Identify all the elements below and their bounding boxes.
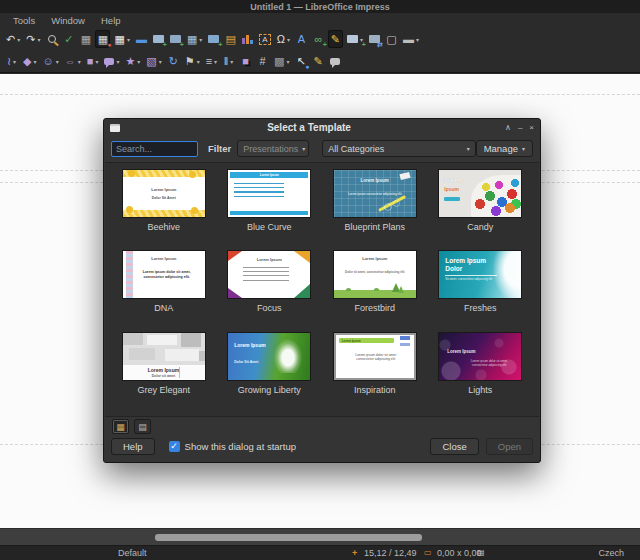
thumbnail-view-button[interactable]: ▦ [112, 419, 129, 434]
template-thumbnail: Lorem Ipsum Dolor sit amet, consectetur … [334, 251, 416, 298]
category-value: All Categories [328, 144, 384, 154]
dropdown-caret-icon: ▾ [286, 58, 289, 65]
star-shapes-icon[interactable]: ★▾ [123, 52, 142, 70]
redo-icon[interactable]: ↷▾ [24, 30, 42, 48]
template-item-forestbird[interactable]: Lorem Ipsum Dolor sit amet, consectetur … [322, 251, 428, 332]
symbol-shapes-icon[interactable]: ☺▾ [40, 52, 60, 70]
distribution-icon[interactable]: ‖▾ [221, 52, 236, 70]
table-icon[interactable]: ▦▾ [112, 30, 131, 48]
template-thumbnail: Lorem Ipsum Dolor Sit Amet [123, 170, 205, 217]
dropdown-caret-icon: ▾ [13, 58, 16, 65]
block-arrows-icon[interactable]: ⇔▾ [63, 52, 83, 70]
template-item-blue-curve[interactable]: Lorem Ipsum Blue Curve [217, 170, 323, 251]
horizontal-scrollbar-thumb[interactable] [155, 534, 422, 541]
language-status[interactable]: Czech [598, 548, 624, 558]
hyperlink-icon[interactable]: ∞+ [311, 30, 326, 48]
menu-tools[interactable]: Tools [6, 14, 42, 27]
template-item-inspiration[interactable]: Lorem Ipsum Lorem ipsum dolor sit amet c… [322, 333, 428, 414]
3d-objects-icon[interactable]: ▧▾ [144, 52, 163, 70]
close-button[interactable]: Close [430, 438, 478, 455]
badge-icon: ● [107, 41, 111, 48]
manage-label: Manage [484, 143, 518, 154]
duplicate-slide-icon[interactable]: ⇄ [367, 30, 382, 48]
template-name: Blue Curve [247, 222, 292, 232]
crop-image-icon[interactable]: # [255, 52, 270, 70]
insert-image-icon[interactable]: + [206, 30, 221, 48]
fontwork-icon[interactable]: A [294, 30, 309, 48]
gallery-icon[interactable]: ▤ [223, 30, 238, 48]
help-button[interactable]: Help [111, 438, 155, 455]
dropdown-caret-icon: ▾ [137, 58, 140, 65]
shade-button[interactable]: ∧ [505, 124, 511, 132]
dropdown-caret-icon: ▾ [159, 58, 162, 65]
template-name: Growing Liberty [238, 385, 301, 395]
template-item-lights[interactable]: Lorem Ipsum Lorem ipsum dolor sit amet, … [428, 333, 534, 414]
template-name: Freshes [464, 303, 497, 313]
dropdown-caret-icon: ▾ [17, 36, 20, 43]
thumb-body: Lorem ipsum dolor sit amet consectetur a… [348, 353, 404, 363]
window-title: Untitled 1 — LibreOffice Impress [250, 2, 390, 12]
auto-spellcheck-icon[interactable]: ✓ [61, 30, 76, 48]
minimize-button[interactable]: – [518, 124, 522, 132]
callout-shapes-icon[interactable]: ▾ [102, 52, 121, 70]
curves-polygons-icon[interactable]: ≀▾ [4, 52, 19, 70]
rotate-icon[interactable]: ↻ [166, 52, 181, 70]
insert-table-icon[interactable]: ▦▾ [185, 30, 204, 48]
startup-checkbox[interactable]: ✓ [169, 441, 180, 452]
template-item-blueprint-plans[interactable]: Lorem Ipsum Lorem ipsum consectetur adip… [322, 170, 428, 251]
manage-button[interactable]: Manage ▾ [476, 140, 533, 157]
edit-points-icon[interactable]: ↖● [294, 52, 309, 70]
shadow-icon[interactable]: ■ [238, 52, 253, 70]
list-view-button[interactable]: ▤ [134, 419, 151, 434]
text-box-blue-icon[interactable]: ▬ [134, 30, 149, 48]
template-name: DNA [154, 303, 173, 313]
slide-properties-icon[interactable]: ▢ [384, 30, 399, 48]
window-titlebar: Untitled 1 — LibreOffice Impress [0, 0, 640, 13]
template-name: Grey Elegant [137, 385, 190, 395]
dialog-titlebar[interactable]: Select a Template ∧ – × [104, 119, 540, 136]
header-footer-icon[interactable]: ▬▾ [401, 30, 421, 48]
object-size-status: 0,00 x 0,00 [437, 548, 482, 558]
search-input[interactable] [111, 141, 198, 157]
insert-text-box-icon[interactable]: A [257, 30, 272, 48]
show-gluepoints-icon[interactable]: ✎ [311, 52, 326, 70]
undo-icon[interactable]: ↶▾ [4, 30, 22, 48]
display-grid-icon[interactable]: ▦ [78, 30, 93, 48]
template-item-candy[interactable]: Lorem Ipsum Candy [428, 170, 534, 251]
template-item-dna[interactable]: Lorem Ipsum Lorem ipsum dolor sit amet, … [111, 251, 217, 332]
template-item-grey-elegant[interactable]: Lorem Ipsum Dolor sit amet Grey Elegant [111, 333, 217, 414]
filter-type-dropdown[interactable]: Presentations ▾ [237, 140, 309, 157]
align-objects-icon[interactable]: ⚑▾ [183, 52, 202, 70]
thumb-title: Lorem Ipsum [342, 339, 361, 343]
badge-icon: + [362, 41, 366, 48]
filter-label: Filter [208, 143, 231, 154]
select-template-dialog: Select a Template ∧ – × Filter Presentat… [103, 118, 541, 463]
show-draw-functions-icon[interactable]: ✎ [328, 30, 343, 48]
template-item-freshes[interactable]: Lorem Ipsum Dolor Sit amet, consectetur … [428, 251, 534, 332]
find-replace-icon[interactable] [44, 30, 59, 48]
menu-help[interactable]: Help [94, 14, 128, 27]
arrange-icon[interactable]: ≡▾ [204, 52, 219, 70]
menu-window[interactable]: Window [44, 14, 92, 27]
new-slide-icon[interactable]: +▾ [345, 30, 365, 48]
snap-to-grid-icon[interactable]: ▦● [95, 30, 110, 48]
close-window-button[interactable]: × [529, 124, 534, 132]
horizontal-scrollbar[interactable] [0, 528, 640, 545]
insert-comment-icon[interactable] [328, 52, 343, 70]
template-item-growing-liberty[interactable]: Lorem Ipsum Dolor Sit Amet Growing Liber… [217, 333, 323, 414]
image-filter-icon[interactable]: ▩▾ [272, 52, 291, 70]
thumb-title: Lorem Ipsum [148, 367, 179, 373]
basic-shapes-icon[interactable]: ◆▾ [21, 52, 38, 70]
special-character-icon[interactable]: Ω▾ [275, 30, 292, 48]
start-from-current-slide-icon[interactable]: + [168, 30, 183, 48]
start-from-first-slide-icon[interactable]: + [151, 30, 166, 48]
template-thumbnail: Lorem Ipsum Lorem ipsum dolor sit amet, … [123, 251, 205, 298]
template-item-focus[interactable]: Lorem Ipsum Focus [217, 251, 323, 332]
insert-chart-icon[interactable] [240, 30, 255, 48]
slide-style-status[interactable]: Default [118, 548, 147, 558]
template-item-beehive[interactable]: Lorem Ipsum Dolor Sit Amet Beehive [111, 170, 217, 251]
category-dropdown[interactable]: All Categories ▾ [322, 140, 475, 157]
check-icon: ✓ [170, 442, 178, 451]
open-button[interactable]: Open [486, 438, 533, 455]
flowchart-icon[interactable]: ■▾ [85, 52, 101, 70]
